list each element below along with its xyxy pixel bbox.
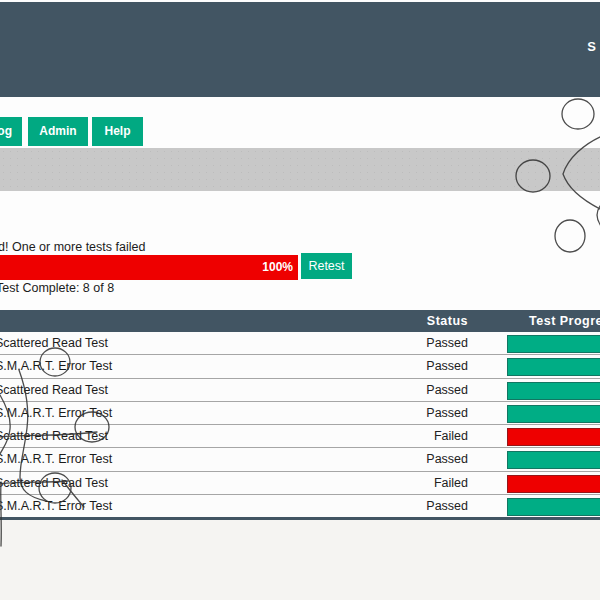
table-row: S.M.A.R.T. Error TestPassed xyxy=(0,495,600,518)
progress-column-header: Test Progress xyxy=(507,310,600,332)
status-value: Failed xyxy=(434,472,468,495)
progress-bar-failed xyxy=(507,475,600,493)
test-name: Scattered Read Test xyxy=(0,425,108,448)
status-value: Passed xyxy=(426,379,468,402)
test-name: S.M.A.R.T. Error Test xyxy=(0,448,112,471)
overall-progress-bar: 100% xyxy=(0,255,298,280)
table-row: Scattered Read TestPassed xyxy=(0,332,600,355)
status-column-header: Status xyxy=(427,310,468,332)
progress-bar-failed xyxy=(507,428,600,446)
test-name: S.M.A.R.T. Error Test xyxy=(0,495,112,518)
progress-percent-label: 100% xyxy=(262,255,293,280)
page-background-bottom xyxy=(0,520,600,600)
progress-bar-passed xyxy=(507,498,600,516)
table-row: S.M.A.R.T. Error TestPassed xyxy=(0,355,600,378)
status-value: Passed xyxy=(426,448,468,471)
progress-bar-passed xyxy=(507,382,600,400)
table-row: S.M.A.R.T. Error TestPassed xyxy=(0,448,600,471)
failure-message: Failed! One or more tests failed xyxy=(0,240,145,254)
status-value: Passed xyxy=(426,355,468,378)
status-value: Passed xyxy=(426,332,468,355)
progress-bar-passed xyxy=(507,405,600,423)
progress-bar-passed xyxy=(507,358,600,376)
table-row: Scattered Read TestFailed xyxy=(0,472,600,495)
test-name: Scattered Read Test xyxy=(0,472,108,495)
tab-log[interactable]: Log xyxy=(0,117,22,146)
table-row: S.M.A.R.T. Error TestPassed xyxy=(0,402,600,425)
table-row: Scattered Read TestPassed xyxy=(0,379,600,402)
status-value: Passed xyxy=(426,402,468,425)
tab-help[interactable]: Help xyxy=(92,117,143,146)
doodle-circle xyxy=(555,220,585,252)
retest-button[interactable]: Retest xyxy=(301,253,352,279)
toolbar-band xyxy=(0,148,600,191)
test-name: Scattered Read Test xyxy=(0,332,108,355)
test-name: Scattered Read Test xyxy=(0,379,108,402)
progress-bar-passed xyxy=(507,451,600,469)
test-name: S.M.A.R.T. Error Test xyxy=(0,402,112,425)
progress-bar-passed xyxy=(507,335,600,353)
tab-admin[interactable]: Admin xyxy=(28,117,88,146)
test-name: S.M.A.R.T. Error Test xyxy=(0,355,112,378)
diagnostics-window: S Log Admin Help Failed! One or more tes… xyxy=(0,0,600,600)
header-right-text: S xyxy=(587,39,596,54)
table-header: Status Test Progress xyxy=(0,310,600,332)
status-value: Passed xyxy=(426,495,468,518)
status-value: Failed xyxy=(434,425,468,448)
test-complete-label: Test Complete: 8 of 8 xyxy=(0,281,114,295)
table-row: Scattered Read TestFailed xyxy=(0,425,600,448)
doodle-circle xyxy=(562,99,594,129)
app-header-bar: S xyxy=(0,2,600,97)
